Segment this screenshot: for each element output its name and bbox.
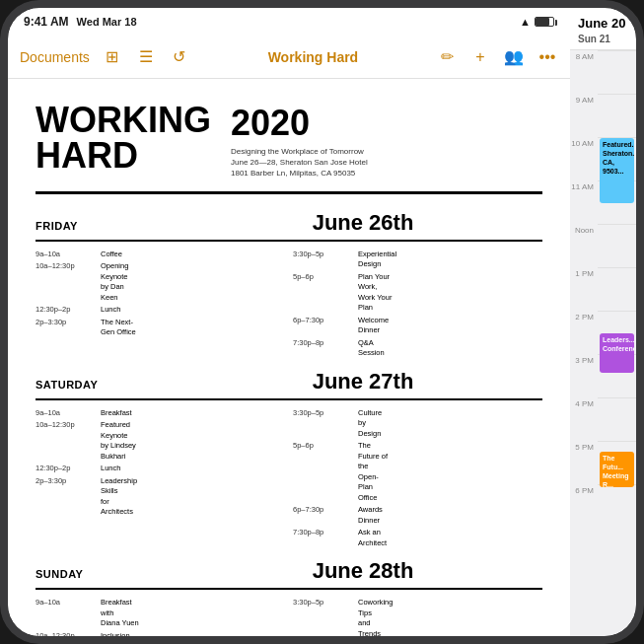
- document-content: WORKING HARD 2020 Designing the Workplac…: [8, 79, 570, 636]
- friday-left: 9a–10aCoffee 10a–12:30pOpening Keynoteby…: [36, 250, 285, 361]
- saturday-section: SATURDAY June 27th 9a–10aBreakfast 10a–1…: [36, 369, 542, 551]
- sunday-label: SUNDAY: [36, 568, 164, 580]
- status-bar: 9:41 AM Wed Mar 18 ▲: [8, 8, 570, 36]
- slot-9am: [598, 94, 636, 137]
- doc-right-header: 2020 Designing the Workplace of Tomorrow…: [231, 103, 542, 179]
- friday-right: 3:30p–5pExperiential Design 5p–6pPlan Yo…: [293, 250, 542, 361]
- documents-button[interactable]: Documents: [20, 49, 90, 65]
- document-title: Working Hard: [202, 49, 424, 65]
- sunday-left: 9a–10aBreakfast withDiana Yuen 10a–12:30…: [36, 598, 285, 636]
- hour-9am: 9 AM: [570, 94, 598, 137]
- calendar-time-column: 8 AM 9 AM 10 AM 11 AM Noon 1 PM 2 PM 3 P…: [570, 50, 598, 528]
- screen: 9:41 AM Wed Mar 18 ▲ Documents ⊞ ☰ ↺ Wor…: [8, 8, 636, 636]
- friday-label: FRIDAY: [36, 220, 164, 232]
- collaborate-icon[interactable]: 👥: [503, 46, 525, 68]
- time-display: 9:41 AM: [24, 15, 69, 29]
- slot-6pm: [598, 484, 636, 528]
- hour-11am: 11 AM: [570, 180, 598, 224]
- status-icons: ▲: [520, 16, 554, 28]
- slot-10am: Featured...Sheraton...CA, 9503...: [598, 137, 636, 180]
- calendar-month: June 20: [578, 16, 625, 31]
- event-leaders[interactable]: Leaders...Conference...: [600, 333, 634, 373]
- saturday-label: SATURDAY: [36, 379, 164, 391]
- calendar-day-label: Sun 21: [578, 34, 610, 44]
- slot-2pm: Leaders...Conference...: [598, 311, 636, 354]
- more-icon[interactable]: •••: [537, 46, 558, 68]
- friday-schedule: 9a–10aCoffee 10a–12:30pOpening Keynoteby…: [36, 250, 542, 361]
- doc-subtitle: Designing the Workplace of Tomorrow June…: [231, 146, 542, 179]
- add-icon[interactable]: +: [469, 46, 491, 68]
- slot-8am: [598, 50, 636, 94]
- hour-3pm: 3 PM: [570, 354, 598, 397]
- sunday-section: SUNDAY June 28th 9a–10aBreakfast withDia…: [36, 558, 542, 636]
- calendar-events: Featured...Sheraton...CA, 9503... Leader…: [598, 50, 636, 528]
- hour-6pm: 6 PM: [570, 484, 598, 528]
- battery-icon: [535, 17, 554, 27]
- saturday-schedule: 9a–10aBreakfast 10a–12:30pFeatured Keyno…: [36, 408, 542, 551]
- friday-section: FRIDAY June 26th 9a–10aCoffee 10a–12:30p…: [36, 210, 542, 361]
- slot-5pm: The Futu...Meeting R...: [598, 441, 636, 484]
- device-frame: 9:41 AM Wed Mar 18 ▲ Documents ⊞ ☰ ↺ Wor…: [0, 0, 644, 644]
- saturday-right: 3:30p–5pCulture by Design 5p–6pThe Futur…: [293, 408, 542, 551]
- doc-main-title: WORKING HARD: [36, 103, 211, 174]
- sunday-schedule: 9a–10aBreakfast withDiana Yuen 10a–12:30…: [36, 598, 542, 636]
- layout-icon[interactable]: ⊞: [102, 46, 123, 68]
- hour-2pm: 2 PM: [570, 311, 598, 354]
- saturday-header: SATURDAY June 27th: [36, 369, 542, 400]
- calendar-panel: June 20 Sun 21 8 AM 9 AM 10 AM 11 AM Noo…: [570, 8, 636, 636]
- sunday-header: SUNDAY June 28th: [36, 558, 542, 590]
- doc-header: WORKING HARD 2020 Designing the Workplac…: [36, 103, 542, 194]
- saturday-left: 9a–10aBreakfast 10a–12:30pFeatured Keyno…: [36, 408, 285, 551]
- pen-icon[interactable]: ✏: [436, 46, 458, 68]
- sunday-right: 3:30p–5pCoworking Tipsand Trends 5p–6pAu…: [293, 598, 542, 636]
- event-future[interactable]: The Futu...Meeting R...: [600, 452, 634, 487]
- hour-noon: Noon: [570, 224, 598, 267]
- slot-1pm: [598, 267, 636, 311]
- friday-date: June 26th: [183, 210, 542, 236]
- history-icon[interactable]: ↺: [169, 46, 190, 68]
- toolbar: Documents ⊞ ☰ ↺ Working Hard ✏ + 👥 •••: [8, 36, 570, 79]
- calendar-header: June 20 Sun 21: [570, 8, 636, 50]
- date-display: Wed Mar 18: [77, 16, 137, 28]
- hour-4pm: 4 PM: [570, 397, 598, 441]
- event-featured[interactable]: Featured...Sheraton...CA, 9503...: [600, 138, 634, 203]
- list-icon[interactable]: ☰: [135, 46, 157, 68]
- doc-year: 2020: [231, 103, 542, 144]
- friday-times-right: 3:30p–5pExperiential Design 5p–6pPlan Yo…: [293, 250, 394, 361]
- friday-header: FRIDAY June 26th: [36, 210, 542, 242]
- main-panel: 9:41 AM Wed Mar 18 ▲ Documents ⊞ ☰ ↺ Wor…: [8, 8, 570, 636]
- wifi-icon: ▲: [520, 16, 531, 28]
- slot-4pm: [598, 397, 636, 441]
- slot-noon: [598, 224, 636, 267]
- sunday-date: June 28th: [183, 558, 542, 584]
- friday-times-left: 9a–10aCoffee 10a–12:30pOpening Keynoteby…: [36, 250, 140, 361]
- hour-8am: 8 AM: [570, 50, 598, 94]
- hour-10am: 10 AM: [570, 137, 598, 180]
- hour-5pm: 5 PM: [570, 441, 598, 484]
- saturday-date: June 27th: [183, 369, 542, 394]
- hour-1pm: 1 PM: [570, 267, 598, 311]
- calendar-body: 8 AM 9 AM 10 AM 11 AM Noon 1 PM 2 PM 3 P…: [570, 50, 636, 636]
